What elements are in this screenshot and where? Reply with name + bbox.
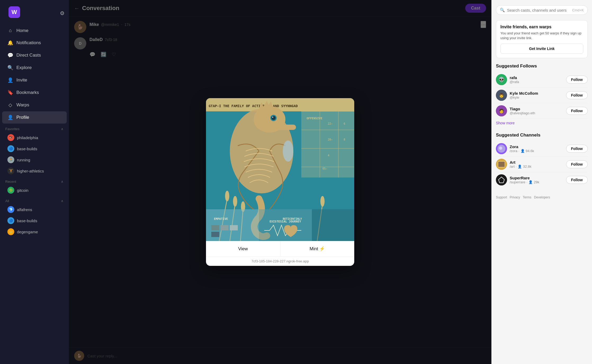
search-icon: 🔍 xyxy=(500,8,505,12)
all-label: All xyxy=(5,199,9,203)
channel-info: Zora /zora · 👤 94.6k xyxy=(510,144,563,153)
channel-label: degengame xyxy=(17,230,38,234)
svg-text:4: 4 xyxy=(328,154,329,157)
svg-point-34 xyxy=(320,196,325,207)
sidebar-item-alfafrens[interactable]: 💎 alfafrens xyxy=(2,204,67,215)
sidebar-item-base-builds[interactable]: 🔵 base-builds xyxy=(2,143,67,154)
view-button[interactable]: View xyxy=(206,241,280,256)
footer-privacy-link[interactable]: Privacy xyxy=(510,195,520,199)
sidebar-item-bookmarks[interactable]: 🔖 Bookmarks xyxy=(2,87,67,99)
svg-rect-3 xyxy=(301,111,354,178)
svg-rect-36 xyxy=(259,209,312,241)
svg-text:👽: 👽 xyxy=(499,77,505,83)
recent-collapse-icon[interactable]: ∧ xyxy=(61,180,64,184)
search-input[interactable] xyxy=(507,8,570,12)
channel-handle: /superrare xyxy=(510,180,525,184)
channel-name: Zora xyxy=(510,144,563,149)
explore-icon: 🔍 xyxy=(7,65,13,71)
sidebar-item-warps[interactable]: ◇ Warps xyxy=(2,99,67,111)
app-logo[interactable]: W xyxy=(8,6,20,18)
suggested-follows-section: Suggested Follows 👽 rafa @rafa Follow 👨 … xyxy=(496,63,588,127)
follow-channel-button[interactable]: Follow xyxy=(566,176,588,184)
channel-label: running xyxy=(17,158,30,162)
favorites-collapse-icon[interactable]: ∧ xyxy=(61,127,64,131)
suggested-user-info: Kyle McCollom @kyle xyxy=(510,91,563,99)
suggested-follow-item: 👽 rafa @rafa Follow xyxy=(496,72,588,88)
channel-item: Art /art · 👤 32.8k Follow xyxy=(496,157,588,172)
follow-button[interactable]: Follow xyxy=(566,76,588,84)
sidebar-item-running[interactable]: 🏃 running xyxy=(2,154,67,165)
invite-card: Invite friends, earn warps You and your … xyxy=(496,20,588,58)
sidebar-item-label: Notifications xyxy=(16,40,41,46)
mint-button[interactable]: Mint ⚡ xyxy=(280,241,355,256)
profile-icon: 👤 xyxy=(7,115,13,120)
channel-name: SuperRare xyxy=(510,176,563,180)
settings-icon[interactable]: ⚙ xyxy=(60,10,65,16)
show-more-link[interactable]: Show more xyxy=(496,119,588,127)
svg-rect-41 xyxy=(211,225,219,230)
channel-label: base-builds xyxy=(17,219,37,223)
follow-button[interactable]: Follow xyxy=(566,107,588,115)
sidebar-item-invite[interactable]: 👤 Invite xyxy=(2,74,67,86)
all-collapse-icon[interactable]: ∧ xyxy=(61,199,64,203)
svg-point-30 xyxy=(233,196,237,207)
sidebar-item-explore[interactable]: 🔍 Explore xyxy=(2,62,67,74)
user-name: Tiago xyxy=(510,107,563,111)
sidebar-item-gitcoin[interactable]: 🟢 gitcoin xyxy=(2,185,67,195)
modal-actions: View Mint ⚡ xyxy=(206,241,354,256)
channel-meta: /zora · 👤 94.6k xyxy=(510,149,563,153)
channel-avatar: 🏋 xyxy=(7,167,14,174)
svg-point-21 xyxy=(271,116,276,120)
channel-meta: /art · 👤 32.8k xyxy=(510,165,563,169)
follow-channel-button[interactable]: Follow xyxy=(566,160,588,168)
footer-terms-link[interactable]: Terms xyxy=(523,195,531,199)
suggested-follow-item: 🧑 Tiago @alvesjtiago.eth Follow xyxy=(496,103,588,119)
sidebar-item-label: Explore xyxy=(16,65,32,70)
sidebar-item-degengame[interactable]: 👑 degengame xyxy=(2,226,67,237)
sidebar-item-higher-athletics[interactable]: 🏋 higher-athletics xyxy=(2,166,67,176)
sidebar-item-home[interactable]: ⌂ Home xyxy=(2,25,67,37)
avatar: 👽 xyxy=(496,74,507,85)
sidebar-item-notifications[interactable]: 🔔 Notifications xyxy=(2,37,67,49)
suggested-user-info: Tiago @alvesjtiago.eth xyxy=(510,107,563,115)
channel-icon xyxy=(496,159,507,170)
modal-url: 7cf3-185-184-228-227.ngrok-free.app xyxy=(206,256,354,266)
svg-text:GTAP-I  THE FAMILY OF ACTINREG: GTAP-I THE FAMILY OF ACTINREGY AND SYYNN… xyxy=(209,104,298,108)
sidebar-item-direct-casts[interactable]: 💬 Direct Casts xyxy=(2,49,67,61)
channel-members: 29k xyxy=(534,180,539,184)
suggested-user-info: rafa @rafa xyxy=(510,75,563,84)
members-icon: 👤 xyxy=(518,165,522,169)
mint-label: Mint xyxy=(310,246,318,251)
svg-text:6: 6 xyxy=(344,122,345,125)
all-section: All ∧ xyxy=(0,196,69,204)
follow-channel-button[interactable]: Follow xyxy=(566,145,588,153)
search-shortcut: Cmd+K xyxy=(572,8,584,12)
members-icon: 👤 xyxy=(521,149,525,153)
get-invite-link-button[interactable]: Get Invite Link xyxy=(500,44,583,54)
channel-handle: /zora xyxy=(510,149,517,153)
invite-title: Invite friends, earn warps xyxy=(500,25,583,29)
svg-rect-55 xyxy=(498,161,505,167)
channel-label: higher-athletics xyxy=(17,169,44,173)
svg-rect-44 xyxy=(211,232,219,237)
channel-meta: /superrare · 👤 29k xyxy=(510,180,563,184)
home-icon: ⌂ xyxy=(7,28,13,33)
user-name: Kyle McCollom xyxy=(510,91,563,95)
footer-support-link[interactable]: Support xyxy=(496,195,507,199)
channel-avatar: 🏃 xyxy=(7,156,14,163)
sidebar-item-philadelphia[interactable]: 🦅 philadelphia xyxy=(2,132,67,143)
modal-overlay[interactable]: GTAP-I THE FAMILY OF ACTINREGY AND SYYNN… xyxy=(69,0,491,364)
user-handle: @kyle xyxy=(510,95,563,99)
suggested-channels-section: Suggested Channels Zora /zora · 👤 94.6k … xyxy=(496,133,588,188)
recent-label: Recent xyxy=(5,180,16,184)
invite-icon: 👤 xyxy=(7,77,13,83)
footer-developers-link[interactable]: Developers xyxy=(534,195,550,199)
sidebar-item-label: Bookmarks xyxy=(16,90,39,95)
user-handle: @alvesjtiago.eth xyxy=(510,111,563,115)
sidebar-item-base-builds2[interactable]: 🔵 base-builds xyxy=(2,215,67,226)
svg-text:OFFENSIVE: OFFENSIVE xyxy=(307,117,322,120)
sidebar-item-profile[interactable]: 👤 Profile xyxy=(2,111,67,124)
follow-button[interactable]: Follow xyxy=(566,91,588,99)
sidebar: W ⚙ ⌂ Home 🔔 Notifications 💬 Direct Cast… xyxy=(0,0,69,364)
svg-text:RETICENTINLY: RETICENTINLY xyxy=(283,217,302,220)
